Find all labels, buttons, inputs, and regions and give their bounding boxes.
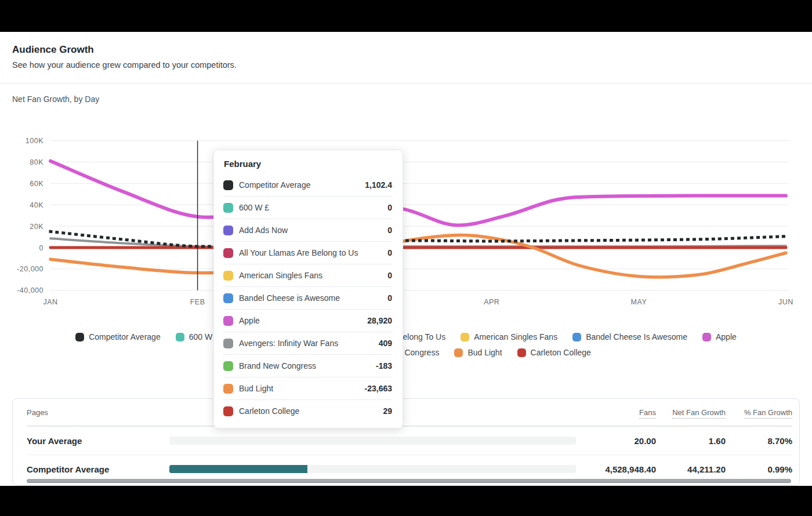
tooltip-series-swatch (223, 384, 233, 394)
cell-fans: 4,528,948.40 (581, 464, 656, 474)
tooltip-series-name: Avengers: Infinity War Fans (239, 339, 373, 348)
tooltip-series-name: All Your Llamas Are Belong to Us (239, 248, 382, 257)
tooltip-series-swatch (223, 180, 233, 190)
legend-label: Bud Light (467, 348, 502, 357)
legend-label: Bandel Cheese Is Awesome (586, 332, 687, 341)
tooltip-series-value: 0 (387, 248, 392, 257)
tooltip-row: Bud Light-23,663 (223, 377, 392, 399)
chart-legend: Competitor Average600 W £Add Ads NowAll … (38, 330, 774, 359)
x-axis-tick: FEB (190, 298, 205, 306)
y-axis-tick: -40,000 (17, 286, 44, 295)
tooltip-series-swatch (223, 316, 233, 326)
legend-swatch (702, 333, 711, 341)
tooltip-row: Add Ads Now0 (223, 219, 392, 241)
legend-swatch (454, 348, 463, 357)
tooltip-series-name: Brand New Congress (239, 361, 370, 370)
legend-item-bandel-cheese-is-awesome[interactable]: Bandel Cheese Is Awesome (572, 330, 687, 344)
cell-fans: 20.00 (581, 436, 656, 446)
tooltip-series-value: 0 (387, 226, 392, 235)
tooltip-series-name: Carleton College (239, 406, 377, 416)
legend-item-competitor-average[interactable]: Competitor Average (75, 330, 160, 344)
column-header-pct-fan-growth[interactable]: % Fan Growth (726, 408, 792, 417)
tooltip-series-swatch (223, 339, 233, 348)
tooltip-row: American Singles Fans0 (223, 264, 392, 286)
tooltip-series-swatch (223, 406, 233, 416)
tooltip-series-value: -23,663 (365, 384, 392, 393)
tooltip-series-swatch (223, 226, 233, 235)
tooltip-series-value: -183 (376, 361, 392, 370)
legend-item-apple[interactable]: Apple (702, 330, 737, 344)
tooltip-series-name: Competitor Average (239, 180, 359, 190)
table-header-row: Pages Fans Net Fan Growth % Fan Growth (27, 399, 792, 426)
table-row-your-average: Your Average20.001.608.70% (27, 426, 792, 455)
legend-label: Carleton College (531, 348, 591, 357)
tooltip-row: Avengers: Infinity War Fans409 (223, 332, 392, 354)
legend-label: Competitor Average (89, 332, 160, 341)
x-axis-tick: JAN (43, 298, 57, 306)
audience-growth-page: Audience Growth See how your audience gr… (0, 0, 812, 516)
tooltip-series-value: 409 (379, 339, 392, 348)
chart-tooltip: February Competitor Average1,102.4600 W … (213, 150, 403, 428)
legend-item-american-singles-fans[interactable]: American Singles Fans (461, 330, 557, 344)
legend-swatch (517, 348, 526, 357)
tooltip-series-name: Add Ads Now (239, 226, 382, 235)
row-page-name: Your Average (27, 436, 169, 446)
tooltip-row: Bandel Cheese is Awesome0 (223, 286, 392, 309)
series-line-apple (50, 161, 786, 226)
tooltip-series-swatch (223, 293, 233, 303)
tooltip-series-name: Apple (239, 316, 361, 325)
y-axis-tick: 100K (26, 137, 44, 145)
x-axis-tick: APR (484, 298, 499, 306)
fans-progress-fill (169, 465, 307, 473)
tooltip-series-value: 0 (387, 271, 392, 280)
legend-swatch (572, 333, 581, 341)
legend-label: American Singles Fans (474, 332, 557, 341)
legend-item-carleton-college[interactable]: Carleton College (517, 346, 591, 359)
tooltip-series-name: 600 W £ (239, 203, 382, 212)
fans-progress-bar (169, 465, 576, 473)
cell-net-fan-growth: 44,211.20 (656, 464, 726, 474)
tooltip-series-name: Bandel Cheese is Awesome (239, 293, 382, 303)
legend-swatch (461, 333, 469, 341)
legend-item-bud-light[interactable]: Bud Light (454, 346, 502, 359)
tooltip-row: 600 W £0 (223, 196, 392, 219)
legend-item-600-w-[interactable]: 600 W £ (176, 330, 219, 344)
legend-label: Apple (716, 332, 737, 341)
y-axis-tick: 0 (39, 244, 44, 252)
net-fan-growth-chart[interactable]: 100K80K60K40K20K0-20,000-40,000JANFEBMAR… (0, 0, 812, 316)
y-axis-tick: 80K (30, 158, 44, 166)
tooltip-series-value: 28,920 (367, 316, 392, 325)
tooltip-series-value: 29 (383, 406, 392, 416)
tooltip-row: Brand New Congress-183 (223, 354, 392, 377)
y-axis-tick: -20,000 (17, 265, 44, 273)
y-axis-tick: 20K (30, 223, 44, 231)
column-header-net-fan-growth[interactable]: Net Fan Growth (656, 408, 726, 417)
cell-net-fan-growth: 1.60 (656, 436, 726, 446)
cell-pct-fan-growth: 0.99% (726, 464, 792, 474)
legend-swatch (176, 333, 184, 341)
fans-progress-bar (169, 437, 576, 445)
tooltip-series-name: American Singles Fans (239, 271, 382, 280)
x-axis-tick: MAY (631, 298, 647, 306)
horizontal-scrollbar[interactable] (27, 479, 791, 483)
tooltip-series-name: Bud Light (239, 384, 359, 393)
tooltip-series-value: 0 (387, 203, 392, 212)
column-header-fans[interactable]: Fans (581, 408, 656, 417)
y-axis-tick: 40K (30, 201, 44, 209)
tooltip-row: Competitor Average1,102.4 (223, 174, 392, 196)
cell-pct-fan-growth: 8.70% (726, 436, 792, 446)
tooltip-series-swatch (223, 248, 233, 258)
tooltip-row: Apple28,920 (223, 309, 392, 332)
x-axis-tick: JUN (778, 298, 793, 306)
y-axis-tick: 60K (30, 180, 44, 188)
tooltip-row: All Your Llamas Are Belong to Us0 (223, 241, 392, 264)
tooltip-series-swatch (223, 203, 233, 213)
legend-swatch (75, 333, 84, 341)
tooltip-series-value: 1,102.4 (365, 180, 392, 190)
tooltip-series-swatch (223, 271, 233, 281)
tooltip-series-swatch (223, 361, 233, 371)
pages-table-card: Pages Fans Net Fan Growth % Fan Growth Y… (12, 398, 800, 486)
tooltip-month-title: February (224, 159, 392, 169)
row-page-name: Competitor Average (27, 464, 169, 474)
tooltip-series-value: 0 (387, 293, 392, 303)
